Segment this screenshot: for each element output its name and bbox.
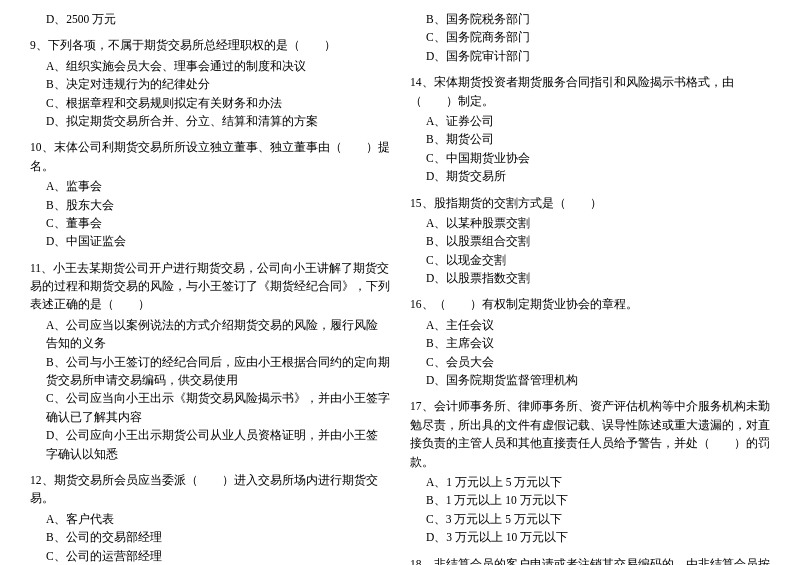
q17-option-b: B、1 万元以上 10 万元以下 — [410, 491, 770, 509]
q15-option-d: D、以股票指数交割 — [410, 269, 770, 287]
q9-option-d: D、拟定期货交易所合并、分立、结算和清算的方案 — [30, 112, 390, 130]
q10-option-c: C、董事会 — [30, 214, 390, 232]
question-17: 17、会计师事务所、律师事务所、资产评估机构等中介服务机构未勤勉尽责，所出具的文… — [410, 397, 770, 546]
question-15: 15、股指期货的交割方式是（ ） A、以某种股票交割 B、以股票组合交割 C、以… — [410, 194, 770, 288]
q11-option-d: D、公司应向小王出示期货公司从业人员资格证明，并由小王签字确认以知悉 — [30, 426, 390, 463]
q11-option-a: A、公司应当以案例说法的方式介绍期货交易的风险，履行风险告知的义务 — [30, 316, 390, 353]
q10-option-a: A、监事会 — [30, 177, 390, 195]
q11-option-b: B、公司与小王签订的经纪合同后，应由小王根据合同约的定向期货交易所申请交易编码，… — [30, 353, 390, 390]
q11-option-c: C、公司应当向小王出示《期货交易风险揭示书》，并由小王签字确认已了解其内容 — [30, 389, 390, 426]
question-17-text: 17、会计师事务所、律师事务所、资产评估机构等中介服务机构未勤勉尽责，所出具的文… — [410, 397, 770, 471]
q16-option-a: A、主任会议 — [410, 316, 770, 334]
question-14: 14、宋体期货投资者期货服务合同指引和风险揭示书格式，由（ ）制定。 A、证券公… — [410, 73, 770, 185]
q15-option-b: B、以股票组合交割 — [410, 232, 770, 250]
q17-option-c: C、3 万元以上 5 万元以下 — [410, 510, 770, 528]
q12-option-a: A、客户代表 — [30, 510, 390, 528]
question-10-text: 10、末体公司利期货交易所所设立独立董事、独立董事由（ ）提名。 — [30, 138, 390, 175]
q14-option-c: C、中国期货业协会 — [410, 149, 770, 167]
question-15-text: 15、股指期货的交割方式是（ ） — [410, 194, 770, 212]
q10-option-d: D、中国证监会 — [30, 232, 390, 250]
q13-option-b: B、国务院税务部门 — [410, 10, 770, 28]
question-11: 11、小王去某期货公司开户进行期货交易，公司向小王讲解了期货交易的过程和期货交易… — [30, 259, 390, 463]
question-18: 18、非结算会员的客户申请或者注销其交易编码的，由非结算会员按照（ ）的规定办理… — [410, 555, 770, 565]
q16-option-c: C、会员大会 — [410, 353, 770, 371]
q14-option-a: A、证券公司 — [410, 112, 770, 130]
q13-option-c: C、国务院商务部门 — [410, 28, 770, 46]
question-12: 12、期货交易所会员应当委派（ ）进入交易所场内进行期货交易。 A、客户代表 B… — [30, 471, 390, 565]
option-text: D、2500 万元 — [30, 10, 390, 28]
q16-option-b: B、主席会议 — [410, 334, 770, 352]
q13-option-d: D、国务院审计部门 — [410, 47, 770, 65]
question-9-text: 9、下列各项，不属于期货交易所总经理职权的是（ ） — [30, 36, 390, 54]
left-column: D、2500 万元 9、下列各项，不属于期货交易所总经理职权的是（ ） A、组织… — [30, 10, 390, 565]
q9-option-a: A、组织实施会员大会、理事会通过的制度和决议 — [30, 57, 390, 75]
q10-option-b: B、股东大会 — [30, 196, 390, 214]
question-13-cont: B、国务院税务部门 C、国务院商务部门 D、国务院审计部门 — [410, 10, 770, 65]
question-d-item: D、2500 万元 — [30, 10, 390, 28]
right-column: B、国务院税务部门 C、国务院商务部门 D、国务院审计部门 14、宋体期货投资者… — [410, 10, 770, 565]
q14-option-b: B、期货公司 — [410, 130, 770, 148]
main-content: D、2500 万元 9、下列各项，不属于期货交易所总经理职权的是（ ） A、组织… — [30, 10, 770, 565]
question-14-text: 14、宋体期货投资者期货服务合同指引和风险揭示书格式，由（ ）制定。 — [410, 73, 770, 110]
question-16: 16、（ ）有权制定期货业协会的章程。 A、主任会议 B、主席会议 C、会员大会… — [410, 295, 770, 389]
q12-option-c: C、公司的运营部经理 — [30, 547, 390, 565]
question-9: 9、下列各项，不属于期货交易所总经理职权的是（ ） A、组织实施会员大会、理事会… — [30, 36, 390, 130]
q9-option-b: B、决定对违规行为的纪律处分 — [30, 75, 390, 93]
question-10: 10、末体公司利期货交易所所设立独立董事、独立董事由（ ）提名。 A、监事会 B… — [30, 138, 390, 250]
question-16-text: 16、（ ）有权制定期货业协会的章程。 — [410, 295, 770, 313]
q17-option-d: D、3 万元以上 10 万元以下 — [410, 528, 770, 546]
q14-option-d: D、期货交易所 — [410, 167, 770, 185]
q9-option-c: C、根据章程和交易规则拟定有关财务和办法 — [30, 94, 390, 112]
q15-option-a: A、以某种股票交割 — [410, 214, 770, 232]
q15-option-c: C、以现金交割 — [410, 251, 770, 269]
question-11-text: 11、小王去某期货公司开户进行期货交易，公司向小王讲解了期货交易的过程和期货交易… — [30, 259, 390, 314]
question-12-text: 12、期货交易所会员应当委派（ ）进入交易所场内进行期货交易。 — [30, 471, 390, 508]
question-18-text: 18、非结算会员的客户申请或者注销其交易编码的，由非结算会员按照（ ）的规定办理… — [410, 555, 770, 565]
page: D、2500 万元 9、下列各项，不属于期货交易所总经理职权的是（ ） A、组织… — [30, 10, 770, 565]
q12-option-b: B、公司的交易部经理 — [30, 528, 390, 546]
q17-option-a: A、1 万元以上 5 万元以下 — [410, 473, 770, 491]
q16-option-d: D、国务院期货监督管理机构 — [410, 371, 770, 389]
